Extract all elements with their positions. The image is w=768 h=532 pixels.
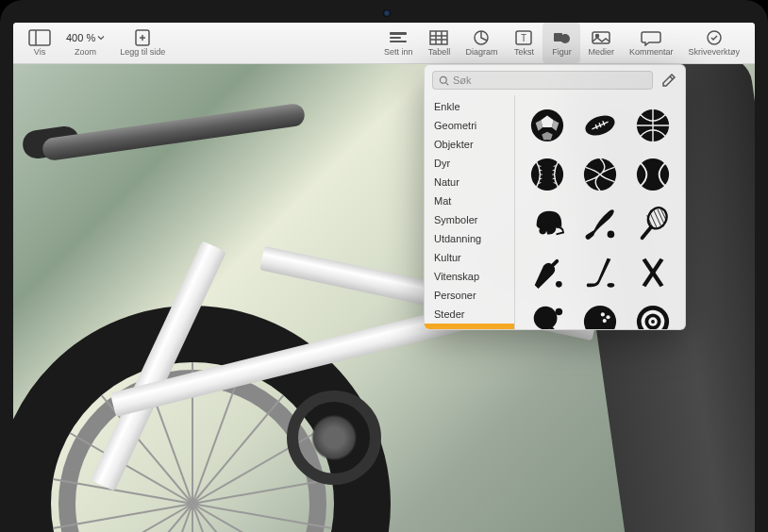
category-item[interactable]: Mat [425,191,514,210]
svg-line-22 [446,82,449,85]
hockey-stick-icon[interactable] [579,252,621,293]
svg-point-50 [603,319,607,323]
svg-point-46 [556,308,563,316]
svg-point-39 [608,231,615,239]
category-item[interactable]: Utdanning [425,229,514,248]
basketball-icon[interactable] [632,105,674,146]
svg-rect-41 [549,258,559,269]
football-helmet-icon[interactable] [526,203,568,244]
text-button[interactable]: T Tekst [505,23,543,63]
svg-rect-18 [593,32,609,43]
baseball-icon[interactable] [526,154,568,195]
add-page-button[interactable]: Legg til side [112,23,173,63]
svg-point-44 [534,307,558,329]
chevron-down-icon [97,34,105,42]
insert-button[interactable]: Sett inn [376,23,421,63]
shapes-search-input[interactable]: Søk [432,71,653,90]
svg-point-48 [601,312,605,316]
svg-point-17 [560,34,570,43]
svg-point-47 [584,306,616,329]
american-football-icon[interactable] [579,105,621,146]
zoom-dropdown[interactable]: 400 % Zoom [58,23,112,63]
svg-point-21 [440,76,446,83]
svg-rect-8 [430,31,447,44]
media-button[interactable]: Medier [580,23,622,63]
category-item[interactable]: Personer [425,286,514,305]
category-item[interactable]: Aktiviteter [425,324,514,329]
comment-icon [640,29,662,46]
bicycle-handlebar [42,83,343,196]
search-icon [439,75,449,86]
volleyball-icon[interactable] [579,154,621,195]
category-item[interactable]: Kultur [425,248,514,267]
add-page-icon [131,29,154,46]
svg-rect-7 [390,41,407,42]
edit-shapes-button[interactable] [660,72,677,89]
sidebar-icon [28,29,51,46]
writing-tools-button[interactable]: Skriveverktøy [680,23,747,63]
shape-button[interactable]: Figur [543,23,580,63]
crossed-skis-icon[interactable] [632,252,674,293]
pencil-icon [660,72,677,89]
svg-rect-5 [390,32,407,35]
insert-icon [387,29,409,46]
soccer-ball-icon[interactable] [526,105,568,146]
shapes-popover: Søk Enkle Geometri Objekter Dyr Natur Ma… [424,64,686,330]
bowling-ball-icon[interactable] [579,301,621,329]
writing-tools-icon [703,29,726,46]
dartboard-icon[interactable] [632,301,674,329]
svg-point-42 [556,281,562,288]
shape-icon [550,29,573,46]
category-item[interactable]: Geometri [425,116,514,135]
svg-point-35 [531,158,563,191]
svg-point-49 [606,315,609,319]
category-item[interactable]: Symboler [425,210,514,229]
bicycle-pedals [287,391,400,504]
table-icon [427,29,450,46]
shape-category-list[interactable]: Enkle Geometri Objekter Dyr Natur Mat Sy… [425,95,515,329]
tennis-ball-icon[interactable] [632,154,674,195]
svg-point-55 [651,320,655,324]
view-button[interactable]: Vis [21,23,58,63]
toolbar: Vis 400 % Zoom Legg til side S [13,23,755,64]
category-item[interactable]: Vitenskap [425,267,514,286]
chart-button[interactable]: Diagram [458,23,505,63]
table-button[interactable]: Tabell [420,23,458,63]
svg-rect-6 [390,37,401,39]
text-icon: T [512,29,535,46]
baseball-bat-icon[interactable] [579,203,621,244]
category-item[interactable]: Steder [425,305,514,324]
svg-line-23 [670,76,673,79]
comment-button[interactable]: Kommentar [622,23,681,63]
svg-point-38 [539,227,546,235]
ping-pong-icon[interactable] [526,301,568,329]
svg-point-43 [608,283,615,288]
laptop-camera [383,9,391,17]
chart-icon [470,29,493,46]
svg-rect-0 [29,30,50,45]
category-item[interactable]: Dyr [425,154,514,173]
tennis-racket-icon[interactable] [632,203,674,244]
category-item[interactable]: Enkle [425,97,514,116]
cricket-bat-icon[interactable] [526,252,568,293]
category-item[interactable]: Natur [425,173,514,191]
shapes-grid [515,95,685,329]
svg-text:T: T [521,33,526,43]
category-item[interactable]: Objekter [425,135,514,154]
media-icon [590,29,612,46]
